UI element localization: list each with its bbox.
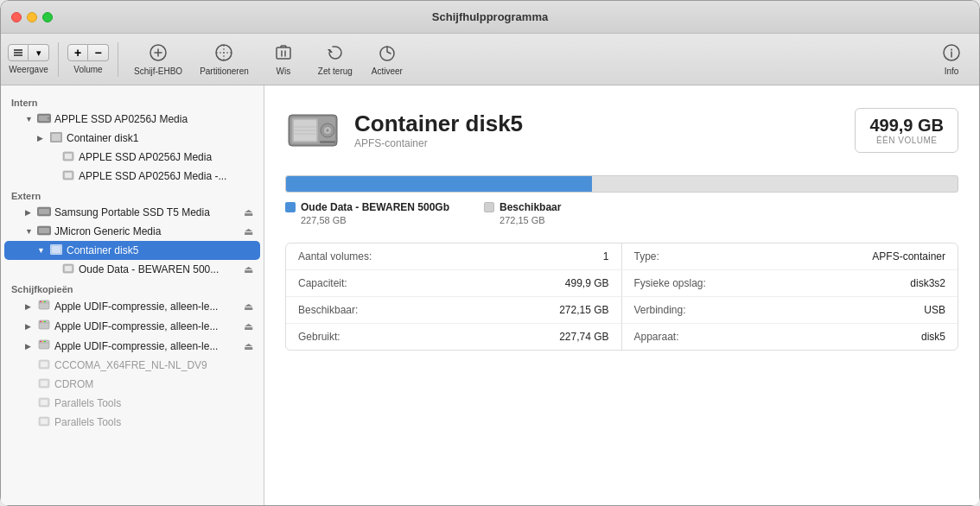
sidebar-item-apple-ssd-root[interactable]: ▼ APPLE SSD AP0256J Media [4, 110, 260, 129]
svg-point-37 [44, 341, 46, 343]
titlebar: Schijfhulpprogramma [1, 1, 979, 34]
maximize-button[interactable] [42, 12, 53, 22]
minimize-button[interactable] [27, 12, 37, 22]
sidebar-item-dmg2[interactable]: ▶ Apple UDIF-compressie, alleen-le... ⏏ [4, 316, 260, 336]
detail-panel: Container disk5 APFS-container 499,9 GB … [264, 85, 979, 505]
sidebar-item-samsung[interactable]: ▶ Samsung Portable SSD T5 Media ⏏ [4, 203, 260, 222]
info-table: Aantal volumes: 1 Capaciteit: 499,9 GB B… [285, 243, 958, 351]
svg-rect-43 [41, 400, 48, 405]
svg-rect-39 [41, 362, 48, 367]
triangle-icon-dmg2: ▶ [25, 322, 34, 331]
info-label-fysieke: Fysieke opslag: [634, 277, 706, 289]
legend-available: Beschikbaar 272,15 GB [484, 201, 561, 225]
volume-remove-button[interactable]: − [88, 44, 109, 61]
sidebar-item-container-disk1[interactable]: ▶ Container disk1 [4, 129, 260, 148]
info-label-type: Type: [634, 250, 659, 262]
svg-rect-0 [14, 49, 22, 51]
container-icon-disk1 [49, 131, 63, 145]
svg-point-55 [327, 130, 329, 132]
sidebar-item-text: Container disk1 [67, 132, 253, 144]
sidebar-item-parallels1[interactable]: ▶ Parallels Tools [4, 394, 260, 413]
sidebar-item-dmg3[interactable]: ▶ Apple UDIF-compressie, alleen-le... ⏏ [4, 336, 260, 356]
info-table-left: Aantal volumes: 1 Capaciteit: 499,9 GB B… [286, 244, 622, 350]
triangle-icon-apple-ssd: ▼ [25, 115, 34, 123]
info-label-capaciteit: Capaciteit: [298, 277, 347, 289]
svg-point-35 [40, 341, 41, 343]
info-label-apparaat: Apparaat: [634, 331, 679, 343]
svg-point-29 [44, 301, 46, 303]
close-button[interactable] [11, 12, 22, 22]
info-label-verbinding: Verbinding: [634, 304, 686, 316]
window-title: Schijfhulpprogramma [432, 10, 548, 23]
eject-icon-jmicron[interactable]: ⏏ [244, 225, 253, 237]
legend-size-available: 272,15 GB [484, 215, 561, 225]
svg-point-28 [42, 301, 44, 303]
storage-bar-container: Oude Data - BEWAREN 500Gb 227,58 GB Besc… [285, 175, 958, 225]
eject-icon-dmg3[interactable]: ⏏ [244, 340, 253, 352]
partitioneren-button[interactable]: Partitioneren [193, 40, 256, 79]
svg-point-36 [42, 341, 44, 343]
sidebar-item-text: Apple UDIF-compressie, alleen-le... [54, 340, 240, 352]
weergave-list-button[interactable] [8, 44, 29, 61]
svg-rect-23 [52, 246, 60, 253]
sidebar-item-text: JMicron Generic Media [54, 225, 240, 237]
info-label: Info [945, 66, 959, 76]
dmg-icon-2 [37, 319, 51, 333]
sidebar-item-text: APPLE SSD AP0256J Media [54, 113, 253, 125]
detail-header: Container disk5 APFS-container 499,9 GB … [285, 103, 958, 158]
activeer-button[interactable]: Activeer [363, 40, 411, 79]
sidebar-item-apple-ssd-vol1[interactable]: ▶ APPLE SSD AP0256J Media [4, 148, 260, 167]
eject-icon-samsung[interactable]: ⏏ [244, 206, 253, 218]
svg-point-8 [951, 48, 952, 50]
activeer-label: Activeer [372, 66, 403, 76]
sidebar-item-dmg1[interactable]: ▶ Apple UDIF-compressie, alleen-le... ⏏ [4, 296, 260, 316]
sidebar-item-parallels2[interactable]: ▶ Parallels Tools [4, 413, 260, 432]
svg-rect-17 [65, 173, 72, 178]
sidebar-item-apple-ssd-vol2[interactable]: ▶ APPLE SSD AP0256J Media -... [4, 167, 260, 186]
info-value-volumes: 1 [603, 250, 609, 262]
eject-icon-oude[interactable]: ⏏ [244, 263, 253, 275]
detail-size-label: ÉÉN VOLUME [869, 136, 944, 145]
main-window: Schijfhulpprogramma ▾ Weergave + − Volum… [0, 0, 980, 506]
detail-size-block: 499,9 GB ÉÉN VOLUME [855, 108, 958, 153]
eject-icon-dmg2[interactable]: ⏏ [244, 320, 253, 332]
svg-rect-56 [320, 141, 335, 143]
storage-legend: Oude Data - BEWAREN 500Gb 227,58 GB Besc… [285, 201, 958, 225]
weergave-label: Weergave [9, 65, 48, 74]
wis-button[interactable]: Wis [259, 40, 308, 79]
detail-subtitle: APFS-container [354, 137, 841, 149]
toolbar-separator-1 [58, 42, 59, 77]
sidebar-item-jmicron[interactable]: ▼ JMicron Generic Media ⏏ [4, 222, 260, 241]
info-button[interactable]: Info [931, 40, 972, 79]
dmg-icon-3 [37, 338, 51, 353]
sidebar-item-text: APPLE SSD AP0256J Media -... [79, 170, 253, 182]
eject-icon-dmg1[interactable]: ⏏ [244, 300, 253, 313]
svg-point-33 [44, 321, 46, 323]
info-icon [942, 43, 961, 65]
info-table-right: Type: APFS-container Fysieke opslag: dis… [622, 244, 958, 350]
detail-title: Container disk5 [354, 111, 841, 136]
legend-dot-used [285, 202, 296, 212]
weergave-group: ▾ Weergave [8, 44, 49, 74]
info-value-gebruikt: 227,74 GB [559, 331, 608, 343]
disk-icon-jmicron [37, 225, 51, 238]
volume-add-button[interactable]: + [67, 44, 88, 61]
iso-icon-cdrom [37, 377, 51, 391]
info-value-apparaat: disk5 [921, 331, 945, 343]
triangle-icon-container1: ▶ [37, 134, 46, 142]
activeer-icon [378, 43, 397, 65]
schijf-ehbo-label: Schijf-EHBO [134, 66, 182, 76]
sidebar-item-cdrom[interactable]: ▶ CDROM [4, 375, 260, 394]
container-icon-disk5 [49, 244, 63, 257]
sidebar-item-oude-data[interactable]: ▶ Oude Data - BEWAREN 500... ⏏ [4, 260, 260, 279]
main-content: Intern ▼ APPLE SSD AP0256J Media ▶ [1, 85, 979, 505]
weergave-dropdown-button[interactable]: ▾ [29, 44, 49, 61]
disk-icon-samsung [37, 206, 51, 219]
zet-terug-button[interactable]: Zet terug [311, 40, 360, 79]
sidebar-section-intern: Intern [1, 92, 264, 110]
sidebar-item-container-disk5[interactable]: ▼ Container disk5 [4, 241, 260, 260]
schijf-ehbo-button[interactable]: Schijf-EHBO [127, 40, 189, 79]
info-row-capaciteit: Capaciteit: 499,9 GB [286, 270, 622, 297]
sidebar-item-cccoma[interactable]: ▶ CCCOMA_X64FRE_NL-NL_DV9 [4, 356, 260, 375]
sidebar-section-schijfkopieeen: Schijfkopieën [1, 279, 264, 296]
